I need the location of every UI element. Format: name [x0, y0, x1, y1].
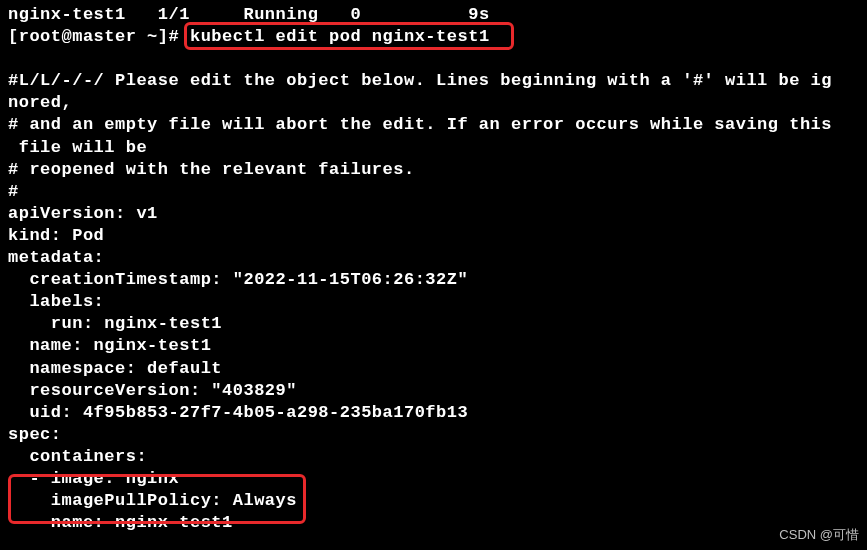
- yaml-apiversion[interactable]: apiVersion: v1: [8, 203, 859, 225]
- yaml-spec[interactable]: spec:: [8, 424, 859, 446]
- prompt-user-host: [root@master ~]#: [8, 27, 179, 46]
- editor-comment: # reopened with the relevant failures.: [8, 159, 859, 181]
- yaml-namespace[interactable]: namespace: default: [8, 358, 859, 380]
- yaml-resource-version[interactable]: resourceVersion: "403829": [8, 380, 859, 402]
- editor-comment: # and an empty file will abort the edit.…: [8, 114, 859, 136]
- yaml-image[interactable]: - image: nginx: [8, 468, 859, 490]
- yaml-container-name[interactable]: name: nginx-test1: [8, 512, 859, 534]
- command-text: kubectl edit pod nginx-test1: [190, 27, 490, 46]
- yaml-uid[interactable]: uid: 4f95b853-27f7-4b05-a298-235ba170fb1…: [8, 402, 859, 424]
- prompt-line[interactable]: [root@master ~]# kubectl edit pod nginx-…: [8, 26, 859, 48]
- yaml-kind[interactable]: kind: Pod: [8, 225, 859, 247]
- pod-status-line: nginx-test1 1/1 Running 0 9s: [8, 4, 859, 26]
- editor-comment: #L/L/-/-/ Please edit the object below. …: [8, 70, 859, 92]
- yaml-creation-timestamp[interactable]: creationTimestamp: "2022-11-15T06:26:32Z…: [8, 269, 859, 291]
- yaml-containers[interactable]: containers:: [8, 446, 859, 468]
- watermark-text: CSDN @可惜: [779, 527, 859, 544]
- yaml-name[interactable]: name: nginx-test1: [8, 335, 859, 357]
- yaml-metadata[interactable]: metadata:: [8, 247, 859, 269]
- editor-comment: file will be: [8, 137, 859, 159]
- editor-comment: #: [8, 181, 859, 203]
- yaml-run-label[interactable]: run: nginx-test1: [8, 313, 859, 335]
- blank-line: [8, 48, 859, 70]
- yaml-image-pull-policy[interactable]: imagePullPolicy: Always: [8, 490, 859, 512]
- yaml-labels[interactable]: labels:: [8, 291, 859, 313]
- editor-comment: nored,: [8, 92, 859, 114]
